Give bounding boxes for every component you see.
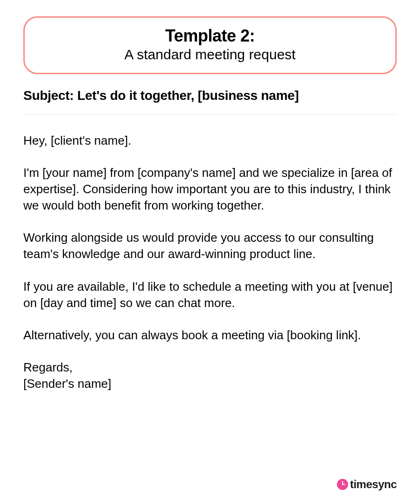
clock-icon bbox=[337, 479, 348, 490]
greeting: Hey, [client's name]. bbox=[23, 133, 397, 149]
template-title: Template 2: bbox=[43, 26, 377, 46]
divider bbox=[23, 114, 397, 115]
email-body: Hey, [client's name]. I'm [your name] fr… bbox=[23, 133, 397, 392]
paragraph-2: Working alongside us would provide you a… bbox=[23, 230, 397, 262]
paragraph-4: Alternatively, you can always book a mee… bbox=[23, 327, 397, 343]
logo: timesync bbox=[337, 478, 397, 491]
logo-text: timesync bbox=[350, 478, 397, 491]
template-subtitle: A standard meeting request bbox=[43, 47, 377, 63]
subject-line: Subject: Let's do it together, [business… bbox=[23, 88, 397, 103]
paragraph-3: If you are available, I'd like to schedu… bbox=[23, 279, 397, 311]
signoff-name: [Sender's name] bbox=[23, 376, 397, 392]
paragraph-1: I'm [your name] from [company's name] an… bbox=[23, 165, 397, 214]
template-header-box: Template 2: A standard meeting request bbox=[23, 16, 397, 74]
signoff: Regards, [Sender's name] bbox=[23, 359, 397, 392]
signoff-regards: Regards, bbox=[23, 359, 397, 376]
